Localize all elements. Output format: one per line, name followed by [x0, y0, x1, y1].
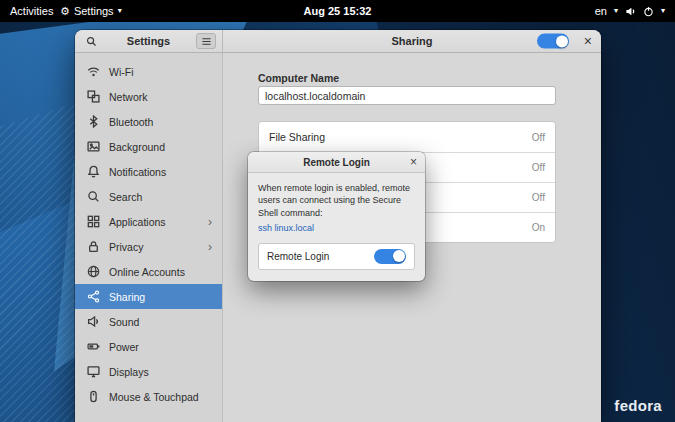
sidebar-item-mouse-touchpad[interactable]: Mouse & Touchpad [75, 384, 222, 409]
mouse-icon [86, 390, 100, 403]
list-item-file-sharing[interactable]: File Sharing Off [259, 122, 555, 152]
fedora-wordmark: fedora [614, 397, 662, 414]
sidebar-item-label: Power [109, 341, 139, 353]
sidebar-item-background[interactable]: Background [75, 134, 222, 159]
remote-login-row: Remote Login [258, 243, 415, 270]
close-button[interactable]: × [584, 34, 592, 48]
sidebar-item-label: Search [109, 191, 142, 203]
window-title: Settings [101, 35, 196, 47]
headerbar-sidebar-section: Settings [75, 30, 223, 52]
remote-login-dialog: Remote Login × When remote login is enab… [248, 152, 425, 281]
row-status: Off [532, 162, 545, 173]
clock[interactable]: Aug 25 15:32 [304, 0, 372, 22]
search-icon [86, 190, 100, 203]
toggle-knob [393, 250, 405, 262]
sidebar-item-label: Sound [109, 316, 139, 328]
wifi-icon [86, 65, 100, 78]
dialog-description: When remote login is enabled, remote use… [258, 183, 410, 218]
dialog-title: Remote Login [303, 157, 370, 168]
sidebar-item-network[interactable]: Network [75, 84, 222, 109]
sidebar-item-label: Bluetooth [109, 116, 153, 128]
row-status: Off [532, 192, 545, 203]
hamburger-icon [201, 36, 212, 47]
sidebar-item-label: Privacy [109, 241, 143, 253]
sidebar-item-online-accounts[interactable]: Online Accounts [75, 259, 222, 284]
background-icon [86, 140, 100, 153]
toggle-knob [556, 35, 568, 47]
sidebar-item-bluetooth[interactable]: Bluetooth [75, 109, 222, 134]
dialog-body: When remote login is enabled, remote use… [248, 173, 425, 235]
top-bar: Activities ⚙ Settings ▾ Aug 25 15:32 en … [0, 0, 675, 22]
sidebar-item-label: Background [109, 141, 165, 153]
remote-login-label: Remote Login [267, 251, 329, 262]
sidebar-item-privacy[interactable]: Privacy › [75, 234, 222, 259]
row-status: Off [532, 132, 545, 143]
share-icon [86, 290, 100, 303]
ssh-link[interactable]: ssh linux.local [258, 222, 314, 234]
battery-icon [86, 340, 100, 353]
sidebar-item-search[interactable]: Search [75, 184, 222, 209]
system-menu[interactable]: en ▾ ▾ [589, 0, 671, 22]
dialog-headerbar: Remote Login × [248, 152, 425, 173]
chevron-down-icon: ▾ [118, 7, 122, 15]
grid-icon [86, 215, 100, 228]
bell-icon [86, 165, 100, 178]
computer-name-label: Computer Name [258, 72, 339, 84]
computer-name-input[interactable] [258, 86, 556, 105]
sidebar-item-sharing[interactable]: Sharing [75, 284, 222, 309]
row-label: File Sharing [269, 131, 325, 143]
app-menu-button[interactable]: ⚙ Settings ▾ [52, 0, 130, 22]
lock-icon [86, 240, 100, 253]
sidebar-item-label: Notifications [109, 166, 166, 178]
sidebar-item-label: Applications [109, 216, 166, 228]
search-button[interactable] [81, 33, 101, 49]
sidebar-item-notifications[interactable]: Notifications [75, 159, 222, 184]
sidebar-item-label: Online Accounts [109, 266, 185, 278]
search-icon [86, 36, 97, 47]
sidebar-item-sound[interactable]: Sound [75, 309, 222, 334]
globe-icon [86, 265, 100, 278]
chevron-down-icon: ▾ [614, 7, 618, 15]
gear-icon: ⚙ [60, 6, 70, 17]
chevron-right-icon: › [208, 216, 212, 228]
sharing-master-toggle[interactable] [537, 34, 569, 49]
row-status: On [532, 222, 545, 233]
sidebar-item-wifi[interactable]: Wi-Fi [75, 59, 222, 84]
sidebar-item-displays[interactable]: Displays [75, 359, 222, 384]
sidebar-item-power[interactable]: Power [75, 334, 222, 359]
bluetooth-icon [86, 115, 100, 128]
monitor-icon [86, 365, 100, 378]
sidebar-item-label: Displays [109, 366, 149, 378]
network-icon [86, 90, 100, 103]
sidebar-item-applications[interactable]: Applications › [75, 209, 222, 234]
volume-icon [625, 6, 636, 17]
power-icon [643, 6, 654, 17]
sidebar-item-label: Mouse & Touchpad [109, 391, 199, 403]
dialog-close-button[interactable]: × [410, 156, 417, 168]
speaker-icon [86, 315, 100, 328]
chevron-down-icon: ▾ [661, 7, 665, 15]
input-source-indicator[interactable]: en [595, 5, 607, 17]
menu-button[interactable] [196, 33, 216, 49]
sidebar: Wi-Fi Network Bluetooth Background Notif… [75, 53, 223, 422]
app-menu-label: Settings [74, 5, 114, 17]
sidebar-item-label: Wi-Fi [109, 66, 134, 78]
headerbar-content-section: Sharing × [223, 30, 601, 52]
chevron-right-icon: › [208, 241, 212, 253]
headerbar: Settings Sharing × [75, 30, 601, 53]
sidebar-item-label: Sharing [109, 291, 145, 303]
remote-login-toggle[interactable] [374, 249, 406, 264]
sidebar-item-label: Network [109, 91, 148, 103]
